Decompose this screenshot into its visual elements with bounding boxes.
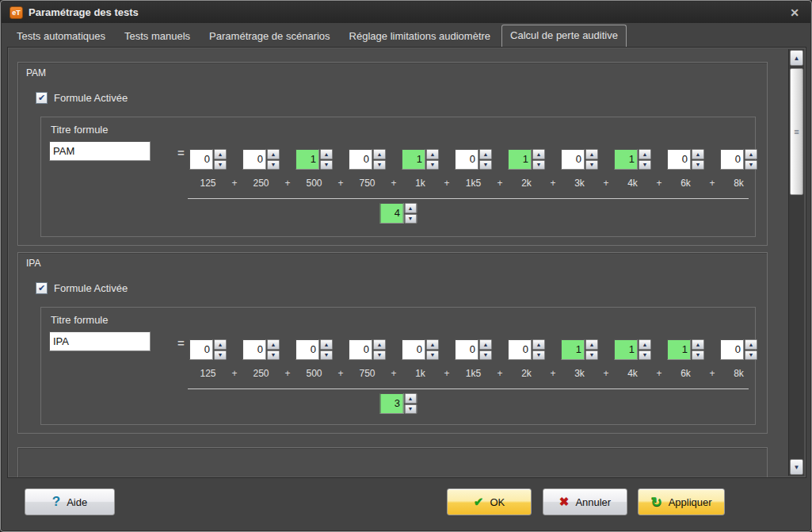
- cancel-button[interactable]: ✖ Annuler: [543, 488, 627, 515]
- weight-8k-field[interactable]: 0: [720, 149, 744, 170]
- divisor-down-button[interactable]: ▼: [404, 214, 417, 224]
- formula-enabled-checkbox[interactable]: ✔: [36, 282, 48, 294]
- weight-1k5-field[interactable]: 0: [455, 339, 478, 360]
- plus-operator: +: [704, 178, 720, 189]
- weight-250-field[interactable]: 0: [242, 339, 266, 360]
- weight-250-down-button[interactable]: ▼: [267, 160, 280, 170]
- weight-6k-up-button[interactable]: ▲: [692, 339, 704, 350]
- weight-125-up-button[interactable]: ▲: [214, 149, 227, 159]
- formula-title-input[interactable]: [49, 141, 151, 161]
- help-button[interactable]: ? Aide: [25, 488, 115, 515]
- weight-125-field[interactable]: 0: [189, 339, 213, 360]
- weight-500-up-button[interactable]: ▲: [320, 149, 333, 159]
- weight-3k-up-button[interactable]: ▲: [585, 339, 598, 350]
- weight-4k-down-button[interactable]: ▼: [639, 350, 651, 361]
- scroll-up-button[interactable]: ▲: [790, 50, 803, 66]
- formula-enabled-checkbox[interactable]: ✔: [36, 92, 48, 104]
- freq-label-500: 500: [295, 368, 333, 379]
- formula-title-input[interactable]: [49, 331, 151, 351]
- weight-500-down-button[interactable]: ▼: [320, 160, 333, 170]
- weight-125-up-button[interactable]: ▲: [214, 339, 227, 350]
- weight-4k-down-button[interactable]: ▼: [639, 160, 651, 170]
- weight-8k-up-button[interactable]: ▲: [745, 149, 757, 159]
- tab-calcul-perte-auditive[interactable]: Calcul de perte auditive: [501, 25, 627, 48]
- column-spacer: [545, 339, 561, 360]
- weight-8k-down-button[interactable]: ▼: [745, 350, 757, 361]
- weight-500-field[interactable]: 1: [295, 149, 319, 170]
- weight-1k-up-button[interactable]: ▲: [426, 149, 439, 159]
- weight-3k-down-button[interactable]: ▼: [585, 160, 598, 170]
- weight-6k-down-button[interactable]: ▼: [692, 350, 704, 361]
- weight-8k-buttons: ▲▼: [745, 339, 757, 360]
- weight-4k-field[interactable]: 1: [614, 149, 638, 170]
- weight-125-down-button[interactable]: ▼: [214, 160, 227, 170]
- weight-3k-down-button[interactable]: ▼: [585, 350, 598, 361]
- weight-1k5-down-button[interactable]: ▼: [479, 350, 492, 361]
- weight-1k-field[interactable]: 0: [402, 339, 425, 360]
- weight-3k-field[interactable]: 0: [561, 149, 585, 170]
- weight-8k-down-button[interactable]: ▼: [745, 160, 757, 170]
- scroll-down-button[interactable]: ▼: [790, 459, 803, 475]
- weight-750-field[interactable]: 0: [349, 149, 372, 170]
- tab-tests-automatiques[interactable]: Tests automatiques: [9, 26, 113, 47]
- weight-750-down-button[interactable]: ▼: [373, 350, 386, 361]
- plus-operator: +: [280, 178, 295, 189]
- divisor-field[interactable]: 3: [379, 393, 403, 414]
- weight-750-down-button[interactable]: ▼: [373, 160, 386, 170]
- weight-2k-down-button[interactable]: ▼: [532, 350, 545, 361]
- weight-4k-field[interactable]: 1: [614, 339, 638, 360]
- weight-1k5-buttons: ▲▼: [479, 339, 492, 360]
- weight-6k-spinner: 1▲▼: [667, 339, 704, 360]
- weight-500-down-button[interactable]: ▼: [320, 350, 333, 361]
- weight-3k-field[interactable]: 1: [561, 339, 585, 360]
- weight-1k5-up-button[interactable]: ▲: [479, 339, 492, 350]
- ok-button[interactable]: ✔ OK: [447, 488, 532, 515]
- weight-250-down-button[interactable]: ▼: [267, 350, 280, 361]
- freq-label-3k: 3k: [561, 178, 598, 189]
- divisor-down-button[interactable]: ▼: [404, 404, 417, 415]
- weight-2k-field[interactable]: 1: [508, 149, 532, 170]
- divisor-field[interactable]: 4: [379, 203, 403, 224]
- weight-1k-field[interactable]: 1: [402, 149, 425, 170]
- weight-6k-field[interactable]: 0: [667, 149, 691, 170]
- weight-1k-down-button[interactable]: ▼: [426, 160, 439, 170]
- vertical-scrollbar[interactable]: ▲ ≡ ▼: [788, 49, 804, 476]
- weight-8k-up-button[interactable]: ▲: [745, 339, 757, 350]
- weight-500-field[interactable]: 0: [295, 339, 319, 360]
- check-icon: ✔: [38, 284, 45, 293]
- tab-reglage-limitations-audiometre[interactable]: Réglage limitations audiomètre: [341, 26, 498, 47]
- divisor-up-button[interactable]: ▲: [404, 203, 417, 213]
- weight-3k-up-button[interactable]: ▲: [585, 149, 598, 159]
- weight-1k-down-button[interactable]: ▼: [426, 350, 439, 361]
- weight-1k-up-button[interactable]: ▲: [426, 339, 439, 350]
- tab-tests-manuels[interactable]: Tests manuels: [116, 26, 198, 47]
- weight-2k-up-button[interactable]: ▲: [532, 339, 545, 350]
- weight-4k-up-button[interactable]: ▲: [639, 339, 651, 350]
- weight-125-field[interactable]: 0: [189, 149, 213, 170]
- weight-4k-up-button[interactable]: ▲: [639, 149, 651, 159]
- weight-1k5-field[interactable]: 0: [455, 149, 478, 170]
- close-icon[interactable]: ✕: [787, 6, 802, 19]
- divisor-buttons: ▲▼: [404, 393, 417, 414]
- weight-250-up-button[interactable]: ▲: [267, 339, 280, 350]
- scrollbar-thumb[interactable]: ≡: [790, 68, 803, 195]
- weight-500-up-button[interactable]: ▲: [320, 339, 333, 350]
- apply-button[interactable]: ↻ Appliquer: [638, 488, 725, 515]
- weight-6k-down-button[interactable]: ▼: [692, 160, 704, 170]
- tab-parametrage-scenarios[interactable]: Paramétrage de scénarios: [201, 26, 337, 47]
- weight-750-up-button[interactable]: ▲: [373, 339, 386, 350]
- weight-125-down-button[interactable]: ▼: [214, 350, 227, 361]
- weight-8k-field[interactable]: 0: [720, 339, 744, 360]
- weight-750-up-button[interactable]: ▲: [373, 149, 386, 159]
- weight-1k5-up-button[interactable]: ▲: [479, 149, 492, 159]
- weight-750-field[interactable]: 0: [349, 339, 372, 360]
- weight-250-field[interactable]: 0: [242, 149, 266, 170]
- weight-2k-down-button[interactable]: ▼: [532, 160, 545, 170]
- weight-2k-up-button[interactable]: ▲: [532, 149, 545, 159]
- divisor-up-button[interactable]: ▲: [404, 393, 417, 404]
- weight-1k5-down-button[interactable]: ▼: [479, 160, 492, 170]
- weight-2k-field[interactable]: 0: [508, 339, 532, 360]
- weight-250-up-button[interactable]: ▲: [267, 149, 280, 159]
- weight-6k-field[interactable]: 1: [667, 339, 691, 360]
- weight-6k-up-button[interactable]: ▲: [692, 149, 704, 159]
